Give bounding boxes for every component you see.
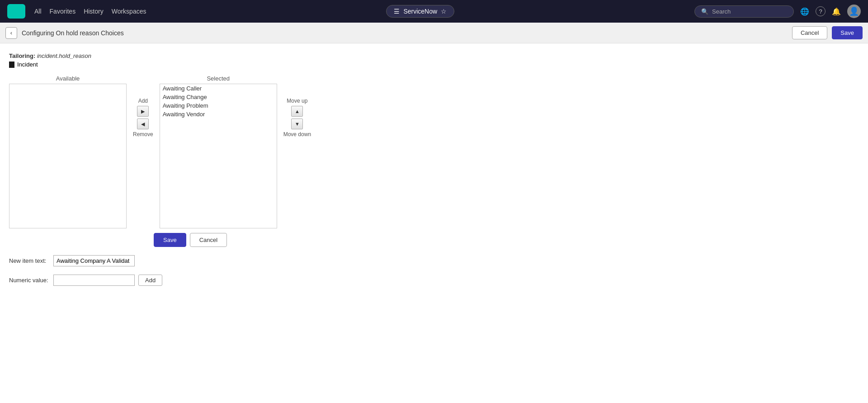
service-now-label: ServiceNow (403, 8, 437, 15)
add-label: Add (138, 98, 148, 104)
nav-right: 🔍 🌐 ? 🔔 👤 (694, 5, 861, 18)
new-item-numeric-row: Numeric value: Add (9, 275, 859, 286)
bottom-buttons: Save Cancel (154, 233, 859, 247)
search-input[interactable] (712, 8, 787, 15)
add-inline-button[interactable]: Add (138, 275, 162, 286)
move-controls: Move up ▲ ▼ Move down (277, 98, 317, 137)
breadcrumb-title: Configuring On hold reason Choices (22, 29, 788, 37)
selected-section: Selected Awaiting Caller Awaiting Change… (160, 75, 277, 228)
incident-row: Incident (9, 61, 859, 68)
nav-links: All Favorites History Workspaces (34, 8, 146, 15)
add-button[interactable]: ▶ (137, 106, 149, 117)
incident-label: Incident (17, 61, 38, 68)
nav-all[interactable]: All (34, 8, 42, 15)
new-item-text-row: New item text: (9, 255, 859, 266)
new-item-text-label: New item text: (9, 257, 50, 264)
list-item[interactable]: Awaiting Change (160, 93, 277, 101)
remove-button[interactable]: ◀ (137, 119, 149, 129)
bell-icon[interactable]: 🔔 (832, 7, 841, 16)
remove-label: Remove (133, 131, 153, 137)
list-item[interactable]: Awaiting Problem (160, 101, 277, 110)
globe-icon[interactable]: 🌐 (800, 7, 809, 16)
cancel-button-top[interactable]: Cancel (792, 26, 827, 39)
move-down-label: Move down (283, 131, 311, 137)
user-avatar[interactable]: 👤 (847, 5, 861, 18)
nav-center: ☰ ServiceNow ☆ (155, 5, 685, 18)
tailoring-label: Tailoring: incident.hold_reason (9, 52, 859, 59)
svg-point-0 (9, 8, 16, 14)
add-remove-controls: Add ▶ ◀ Remove (127, 98, 160, 137)
available-label: Available (56, 75, 80, 82)
new-item-numeric-label: Numeric value: (9, 277, 50, 284)
nav-logo[interactable] (7, 4, 25, 19)
nav-favorites[interactable]: Favorites (50, 8, 76, 15)
move-down-button[interactable]: ▼ (291, 119, 303, 129)
move-up-label: Move up (287, 98, 307, 104)
top-nav: All Favorites History Workspaces ☰ Servi… (0, 0, 868, 23)
new-item-text-input[interactable] (53, 255, 135, 266)
new-item-numeric-input[interactable] (53, 275, 135, 286)
available-list[interactable] (9, 84, 127, 228)
save-button-top[interactable]: Save (832, 26, 863, 39)
available-section: Available (9, 75, 127, 228)
incident-icon (9, 62, 14, 68)
service-now-button[interactable]: ☰ ServiceNow ☆ (386, 5, 454, 18)
list-item[interactable]: Awaiting Caller (160, 84, 277, 93)
list-item[interactable]: Awaiting Vendor (160, 110, 277, 119)
svg-point-1 (15, 8, 21, 14)
menu-icon: ☰ (394, 8, 400, 15)
search-icon: 🔍 (701, 8, 708, 15)
selected-list[interactable]: Awaiting Caller Awaiting Change Awaiting… (160, 84, 277, 228)
save-button-bottom[interactable]: Save (154, 233, 186, 247)
search-bar[interactable]: 🔍 (694, 5, 794, 18)
breadcrumb-bar: ‹ Configuring On hold reason Choices Can… (0, 23, 868, 43)
star-icon: ☆ (441, 8, 447, 15)
nav-history[interactable]: History (84, 8, 104, 15)
lists-container: Available Add ▶ ◀ Remove Selected Awaiti… (9, 75, 859, 228)
nav-workspaces[interactable]: Workspaces (112, 8, 146, 15)
move-up-button[interactable]: ▲ (291, 106, 303, 117)
tailoring-key: incident.hold_reason (37, 52, 91, 59)
main-content: Tailoring: incident.hold_reason Incident… (0, 43, 868, 295)
selected-label: Selected (207, 75, 230, 82)
help-icon[interactable]: ? (816, 6, 826, 16)
back-button[interactable]: ‹ (5, 27, 17, 39)
cancel-button-bottom[interactable]: Cancel (190, 233, 227, 247)
